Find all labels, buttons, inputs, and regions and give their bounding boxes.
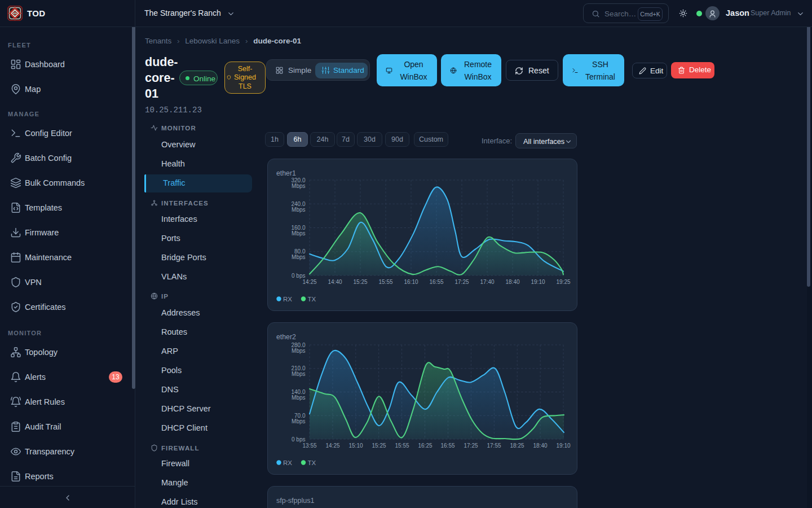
svg-text:19:10: 19:10: [556, 443, 570, 449]
svg-text:15:55: 15:55: [378, 279, 392, 285]
svg-text:16:25: 16:25: [418, 443, 432, 449]
svg-text:18:40: 18:40: [505, 279, 519, 285]
svg-text:14:25: 14:25: [325, 443, 339, 449]
svg-text:17:40: 17:40: [480, 279, 494, 285]
svg-text:16:55: 16:55: [429, 279, 443, 285]
svg-text:16:55: 16:55: [440, 443, 454, 449]
svg-text:17:55: 17:55: [487, 443, 501, 449]
svg-text:ether1: ether1: [276, 169, 296, 177]
svg-text:Mbps: Mbps: [292, 254, 305, 260]
svg-text:TX: TX: [308, 296, 316, 303]
svg-text:18:25: 18:25: [510, 443, 524, 449]
svg-text:19:25: 19:25: [556, 279, 570, 285]
svg-text:14:40: 14:40: [328, 279, 342, 285]
svg-text:16:10: 16:10: [404, 279, 418, 285]
svg-text:RX: RX: [283, 459, 292, 466]
svg-text:19:10: 19:10: [531, 279, 545, 285]
svg-text:Mbps: Mbps: [292, 207, 305, 213]
svg-text:0 bps: 0 bps: [292, 436, 305, 443]
svg-text:Mbps: Mbps: [292, 395, 305, 401]
svg-text:17:25: 17:25: [464, 443, 478, 449]
svg-text:15:25: 15:25: [353, 279, 367, 285]
svg-text:Mbps: Mbps: [292, 418, 305, 424]
svg-text:18:40: 18:40: [533, 443, 547, 449]
svg-text:15:55: 15:55: [395, 443, 409, 449]
svg-text:Mbps: Mbps: [292, 230, 305, 237]
svg-text:TX: TX: [308, 459, 316, 466]
svg-text:RX: RX: [283, 296, 292, 303]
svg-text:17:25: 17:25: [454, 279, 469, 285]
svg-text:Mbps: Mbps: [292, 371, 305, 377]
svg-text:0 bps: 0 bps: [292, 273, 305, 279]
svg-text:Mbps: Mbps: [292, 183, 305, 189]
svg-text:13:55: 13:55: [302, 443, 316, 449]
svg-text:Mbps: Mbps: [292, 348, 305, 354]
svg-text:ether2: ether2: [276, 333, 296, 341]
svg-text:15:10: 15:10: [348, 443, 363, 449]
svg-text:15:25: 15:25: [372, 443, 386, 449]
svg-text:14:25: 14:25: [302, 279, 316, 285]
